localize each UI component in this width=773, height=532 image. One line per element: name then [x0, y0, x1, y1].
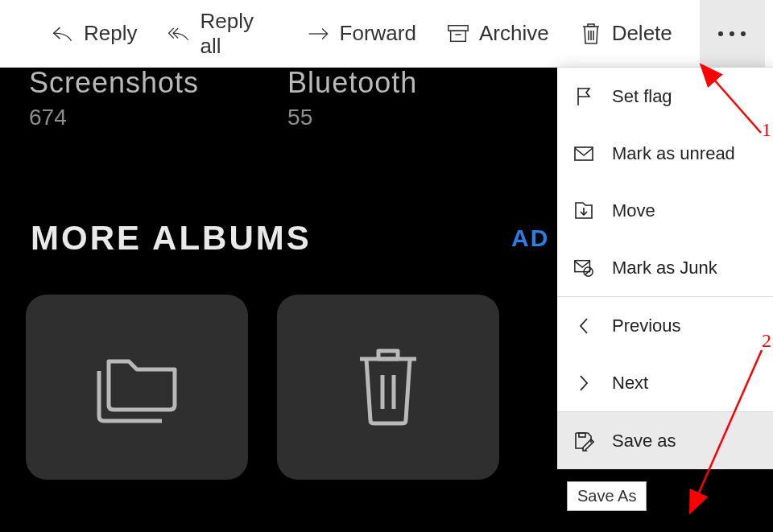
- folders-icon: [85, 347, 189, 427]
- delete-button[interactable]: Delete: [577, 0, 676, 67]
- menu-label: Mark as unread: [612, 143, 735, 164]
- reply-icon: [52, 23, 74, 45]
- menu-label: Mark as Junk: [612, 258, 717, 278]
- reply-all-icon: [167, 23, 190, 45]
- more-icon: [718, 31, 746, 36]
- save-as-icon: [573, 431, 594, 452]
- menu-label: Set flag: [612, 86, 672, 107]
- menu-label: Next: [612, 373, 648, 394]
- tooltip-save-as: Save As: [567, 481, 647, 511]
- menu-mark-unread[interactable]: Mark as unread: [557, 125, 773, 182]
- menu-previous[interactable]: Previous: [557, 297, 773, 354]
- menu-move[interactable]: Move: [557, 182, 773, 239]
- menu-label: Save as: [612, 431, 676, 452]
- chevron-right-icon: [573, 373, 594, 394]
- chevron-left-icon: [573, 315, 594, 336]
- email-toolbar: Reply Reply all Forward Archive: [0, 0, 773, 68]
- svg-rect-9: [575, 260, 590, 271]
- album-title: Screenshots: [29, 66, 199, 100]
- archive-icon: [447, 23, 469, 45]
- menu-save-as[interactable]: Save as: [557, 412, 773, 469]
- delete-label: Delete: [612, 21, 672, 46]
- envelope-icon: [573, 143, 594, 164]
- more-albums-heading: MORE ALBUMS: [31, 219, 312, 258]
- more-actions-menu: Set flag Mark as unread Move Mark as Jun…: [557, 68, 773, 469]
- flag-icon: [573, 86, 594, 107]
- svg-rect-8: [575, 147, 593, 160]
- add-album-link: AD: [511, 225, 549, 252]
- svg-rect-0: [449, 25, 468, 31]
- junk-icon: [573, 258, 594, 278]
- album-screenshots: Screenshots 674: [29, 66, 199, 130]
- forward-label: Forward: [340, 21, 416, 46]
- album-title: Bluetooth: [287, 66, 417, 100]
- album-bluetooth: Bluetooth 55: [287, 66, 417, 130]
- svg-rect-1: [451, 31, 466, 41]
- forward-icon: [308, 23, 330, 45]
- reply-all-button[interactable]: Reply all: [164, 0, 279, 67]
- menu-next[interactable]: Next: [557, 354, 773, 411]
- trash-large-icon: [352, 343, 424, 431]
- archive-label: Archive: [479, 21, 549, 46]
- reply-label: Reply: [84, 21, 137, 46]
- forward-button[interactable]: Forward: [304, 0, 420, 67]
- reply-button[interactable]: Reply: [48, 0, 140, 67]
- trash-icon: [580, 23, 602, 45]
- menu-label: Move: [612, 200, 655, 221]
- menu-label: Previous: [612, 315, 681, 336]
- reply-all-label: Reply all: [200, 9, 276, 59]
- album-count: 55: [287, 105, 417, 130]
- move-icon: [573, 200, 594, 221]
- menu-mark-junk[interactable]: Mark as Junk: [557, 239, 773, 296]
- folder-tile: [26, 295, 248, 480]
- trash-tile: [277, 295, 499, 480]
- more-actions-button[interactable]: [700, 0, 765, 68]
- menu-set-flag[interactable]: Set flag: [557, 68, 773, 125]
- archive-button[interactable]: Archive: [444, 0, 552, 67]
- svg-rect-12: [579, 433, 585, 437]
- album-count: 674: [29, 105, 199, 130]
